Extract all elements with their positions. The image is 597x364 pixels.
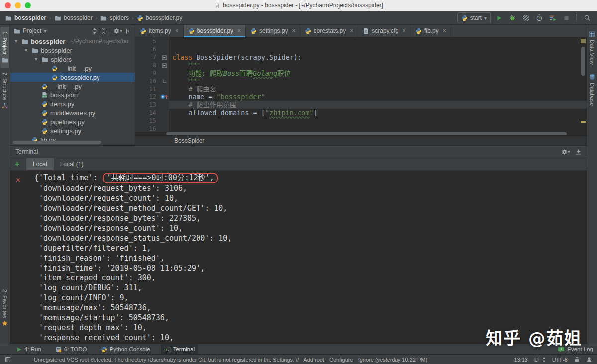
window-title: bossspider.py - bossspider - [~/PycharmP… bbox=[214, 2, 383, 9]
chevron-down-icon: ▼ bbox=[13, 39, 19, 44]
search-everywhere-button[interactable] bbox=[582, 13, 592, 23]
close-tab-icon[interactable]: × bbox=[350, 27, 353, 34]
line-ending-widget[interactable]: LF bbox=[534, 357, 546, 363]
profile-button[interactable] bbox=[534, 13, 544, 23]
tool-button-label: 1: Project bbox=[2, 31, 8, 54]
editor-horizontal-scrollbar[interactable] bbox=[166, 132, 567, 135]
editor-tab-bossspider-py[interactable]: bossspider.py× bbox=[184, 25, 246, 37]
line-number: 10 bbox=[135, 77, 160, 85]
debug-button[interactable] bbox=[507, 13, 517, 23]
tree-item-label: pipelines.py bbox=[50, 118, 85, 126]
gear-icon[interactable]: ▾ bbox=[113, 28, 122, 34]
tree-item-label: items.py bbox=[50, 100, 74, 108]
run-with-coverage-button[interactable] bbox=[521, 13, 531, 23]
chevron-down-icon: ▾ bbox=[484, 15, 487, 21]
tree-item-bossspider[interactable]: ▼bossspider bbox=[10, 46, 135, 55]
bookmark-icon[interactable] bbox=[160, 94, 169, 100]
vcs-link-ignore[interactable]: Ignore (yesterday 10:22 PM) bbox=[358, 357, 427, 363]
close-tab-icon[interactable]: × bbox=[175, 27, 179, 34]
tool-button-data-view[interactable]: Data View bbox=[588, 27, 596, 69]
tool-window-button-6-todo[interactable]: 6: TODO bbox=[52, 344, 91, 354]
terminal-line: 'downloader/request_bytes': 3106, bbox=[34, 183, 587, 193]
debug-icon bbox=[509, 14, 516, 21]
run-button[interactable] bbox=[494, 13, 504, 23]
tool-button-database[interactable]: Database bbox=[588, 69, 596, 110]
terminal-tab-Local-1-[interactable]: Local (1) bbox=[54, 158, 90, 170]
tree-item-settings-py[interactable]: settings.py bbox=[10, 126, 135, 135]
run-toolbar: start ▾ bbox=[457, 12, 592, 23]
tree-item-pipelines-py[interactable]: pipelines.py bbox=[10, 117, 135, 126]
editor-tab-scrapy-cfg[interactable]: scrapy.cfg× bbox=[358, 25, 411, 37]
tool-window-toggle-icon[interactable] bbox=[5, 357, 11, 363]
editor-vertical-scrollbar[interactable] bbox=[581, 47, 585, 76]
warning-stripe-mark[interactable] bbox=[581, 121, 586, 123]
tree-item-__init__-py[interactable]: __init__.py bbox=[10, 64, 135, 73]
project-panel-header: Project ▾ ▾ bbox=[10, 25, 135, 37]
tree-item-items-py[interactable]: items.py bbox=[10, 99, 135, 108]
lock-icon[interactable] bbox=[574, 356, 580, 363]
center-column: Project ▾ ▾ ▼bossspider~/PycharmProjects… bbox=[10, 25, 587, 344]
tool-button-7-structure[interactable]: 7: Structure bbox=[1, 68, 9, 113]
close-tab-icon[interactable]: × bbox=[443, 27, 446, 34]
vcs-link-add[interactable]: Add root bbox=[303, 357, 324, 363]
python-icon bbox=[41, 110, 48, 116]
hector-inspector-icon[interactable] bbox=[586, 356, 592, 363]
breadcrumb-item-spiders[interactable]: spiders bbox=[100, 14, 129, 21]
python-icon bbox=[51, 74, 58, 81]
run-configuration-select[interactable]: start ▾ bbox=[457, 12, 491, 23]
gear-icon[interactable]: ▾ bbox=[561, 149, 570, 155]
breadcrumb-separator-icon: › bbox=[132, 15, 134, 21]
toolbar-separator bbox=[576, 14, 577, 22]
code-editor[interactable]: 567class BossSpider(scrapy.Spider):8 """… bbox=[135, 37, 587, 132]
terminal-output[interactable]: ✕ {'Total_time': '共耗时===>0时:00分:12秒', 'd… bbox=[10, 171, 587, 344]
minimize-panel-icon[interactable] bbox=[575, 149, 582, 155]
stop-button[interactable] bbox=[561, 13, 571, 23]
zoom-window-button[interactable] bbox=[25, 2, 31, 8]
right-tool-strip: Data ViewDatabase bbox=[587, 25, 597, 344]
tool-window-button-label: 4: Run bbox=[24, 346, 41, 352]
tool-window-button-label: Python Console bbox=[110, 346, 150, 352]
folder-icon bbox=[41, 56, 48, 63]
hide-panel-icon[interactable] bbox=[125, 28, 132, 34]
tree-item-middlewares-py[interactable]: middlewares.py bbox=[10, 108, 135, 117]
collapse-all-icon[interactable] bbox=[100, 28, 107, 34]
terminal-icon bbox=[164, 346, 171, 353]
close-session-icon[interactable]: ✕ bbox=[16, 175, 20, 184]
breadcrumb-item-bossspider[interactable]: bossspider bbox=[54, 14, 93, 21]
editor-tab-fib-py[interactable]: fib.py× bbox=[411, 25, 451, 37]
close-tab-icon[interactable]: × bbox=[292, 27, 295, 34]
vcs-link-configure[interactable]: Configure bbox=[329, 357, 353, 363]
project-horizontal-scrollbar[interactable] bbox=[13, 141, 101, 144]
editor-tab-settings-py[interactable]: settings.py× bbox=[246, 25, 300, 37]
breadcrumb-item-bossspider.py[interactable]: bossspider.py bbox=[137, 14, 182, 21]
breadcrumb-item-bossspider[interactable]: bossspider bbox=[5, 14, 46, 21]
editor-breadcrumb-item[interactable]: BossSpider bbox=[174, 137, 204, 144]
minimize-window-button[interactable] bbox=[15, 2, 21, 8]
tool-window-button-4-run[interactable]: 4: Run bbox=[13, 344, 45, 354]
editor-tab-items-py[interactable]: items.py× bbox=[135, 25, 184, 37]
chevron-down-icon[interactable]: ▾ bbox=[44, 28, 46, 34]
code-token: class bbox=[172, 53, 197, 61]
code-line-5: 5 bbox=[135, 37, 587, 45]
upper-area: Project ▾ ▾ ▼bossspider~/PycharmProjects… bbox=[10, 25, 587, 145]
locate-file-icon[interactable] bbox=[91, 28, 98, 34]
tree-item-__init__-py[interactable]: __init__.py bbox=[10, 82, 135, 91]
terminal-tab-Local[interactable]: Local bbox=[26, 158, 54, 170]
tree-item-boss-json[interactable]: JSONboss.json bbox=[10, 91, 135, 99]
tool-window-button-python-console[interactable]: Python Console bbox=[98, 344, 154, 354]
editor-tab-corestats-py[interactable]: corestats.py× bbox=[300, 25, 359, 37]
tree-item-bossspider[interactable]: ▼bossspider~/PycharmProjects/bo bbox=[10, 37, 135, 46]
close-tab-icon[interactable]: × bbox=[237, 27, 241, 34]
tree-item-bossspider-py[interactable]: bossspider.py bbox=[10, 73, 135, 82]
close-window-button[interactable] bbox=[5, 2, 11, 8]
new-session-icon[interactable]: + bbox=[15, 160, 19, 169]
tool-button-1-project[interactable]: 1: Project bbox=[0, 27, 9, 68]
caret-position-widget[interactable]: 13:13 bbox=[514, 357, 528, 363]
tool-button-2-favorites[interactable]: 2: Favorites bbox=[1, 285, 9, 331]
encoding-widget[interactable]: UTF-8 bbox=[552, 357, 568, 363]
tree-item-spiders[interactable]: ▼spiders bbox=[10, 55, 135, 64]
close-tab-icon[interactable]: × bbox=[402, 27, 406, 34]
inspection-status-icon[interactable] bbox=[581, 39, 586, 43]
concurrency-diagram-button[interactable] bbox=[548, 13, 558, 23]
tool-window-button-terminal[interactable]: Terminal bbox=[161, 344, 198, 354]
